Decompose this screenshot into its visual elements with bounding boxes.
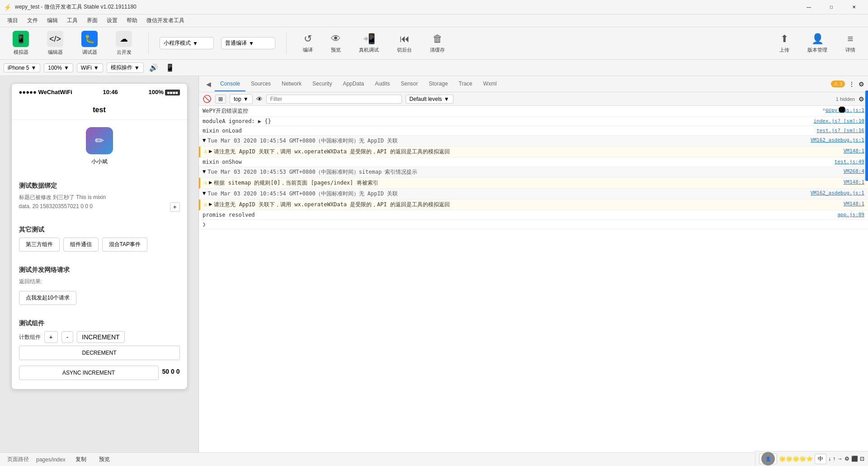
log-source[interactable]: VM148:1	[836, 179, 864, 185]
copy-btn[interactable]: 复制	[73, 455, 89, 464]
menu-edit[interactable]: 编辑	[43, 15, 61, 26]
phone-title-bar: test ••• ⏺	[12, 100, 187, 120]
menu-interface[interactable]: 界面	[83, 15, 101, 26]
debugger-button[interactable]: 🐛 调试器	[76, 29, 103, 57]
devtools-more-btn[interactable]: ⋮	[849, 81, 855, 88]
expand-icon[interactable]: ▶	[209, 148, 212, 154]
console-eye-btn[interactable]: 👁	[256, 95, 263, 103]
devtools-nav-back[interactable]: ◀	[203, 77, 215, 91]
log-text: mixin onShow	[203, 159, 827, 165]
restore-button[interactable]: □	[821, 0, 842, 14]
ime-fullscreen-btn[interactable]: ⊡	[860, 456, 864, 462]
context-label: top	[234, 96, 241, 102]
tab-audits[interactable]: Audits	[369, 77, 395, 91]
hidden-count: 1 hidden	[836, 96, 855, 102]
sound-button[interactable]: 🔊	[147, 62, 160, 74]
counter-plus-btn[interactable]: +	[44, 331, 58, 343]
editor-button[interactable]: </> 编辑器	[42, 29, 69, 57]
network-selector[interactable]: WiFi ▼	[77, 63, 103, 72]
third-party-btn[interactable]: 第三方组件	[19, 238, 60, 252]
compile-button[interactable]: ↺ 编译	[297, 31, 318, 55]
log-source[interactable]: test.js? [sm]:16	[809, 128, 864, 133]
tab-network[interactable]: Network	[276, 77, 307, 91]
tab-appdata[interactable]: AppData	[337, 77, 369, 91]
console-clear-btn[interactable]: 🚫	[203, 95, 212, 103]
path-preview-btn[interactable]: 预览	[96, 455, 113, 464]
ime-setting-btn[interactable]: ⚙	[844, 456, 849, 462]
log-source[interactable]: app.js:89	[830, 212, 864, 218]
zoom-selector[interactable]: 100% ▼	[44, 63, 73, 72]
data-binding-add-btn[interactable]: +	[170, 202, 180, 212]
collapse-icon[interactable]: ▼	[203, 137, 206, 143]
details-icon: ≡	[848, 33, 854, 45]
cut-backend-button[interactable]: ⏮ 切后台	[392, 31, 417, 55]
menu-help[interactable]: 帮助	[123, 15, 141, 26]
details-button[interactable]: ≡ 详情	[840, 31, 861, 55]
device-arrow: ▼	[31, 65, 36, 71]
console-prompt-icon: ❯	[203, 221, 206, 228]
console-input[interactable]	[208, 221, 864, 228]
async-increment-btn[interactable]: ASYNC INCREMENT	[19, 366, 159, 380]
console-collapse-btn[interactable]: ⊞	[215, 95, 226, 104]
log-source[interactable]: test.js:49	[827, 159, 864, 165]
log-source[interactable]: VM148:1	[836, 148, 864, 154]
compile-selector[interactable]: 普通编译 ▼	[221, 37, 275, 49]
ime-layout-btn[interactable]: ⬛	[851, 456, 858, 462]
avatar-area[interactable]: 👤	[759, 453, 777, 464]
version-mgr-button[interactable]: 👤 版本管理	[802, 31, 833, 55]
tab-wxml[interactable]: Wxml	[478, 77, 502, 91]
log-source[interactable]: VM162_asdebug.js:1	[803, 190, 864, 196]
real-machine-button[interactable]: 📲 真机调试	[354, 31, 384, 55]
collapse-icon[interactable]: ▼	[203, 168, 206, 175]
cloud-button[interactable]: ☁ 云开发	[110, 29, 137, 57]
close-button[interactable]: ✕	[844, 0, 864, 14]
ime-down-btn[interactable]: ↓	[828, 456, 831, 462]
mode-selector[interactable]: 小程序模式 ▼	[160, 37, 214, 49]
preview-button[interactable]: 👁 预览	[326, 31, 346, 55]
level-label: Default levels	[410, 96, 442, 102]
data-binding-text-1: data. 20 1583203557021 0 0 0	[19, 203, 180, 209]
device-selector[interactable]: iPhone 5 ▼	[4, 63, 40, 72]
clear-cache-button[interactable]: 🗑 清缓存	[425, 31, 450, 55]
ime-btn[interactable]: 中	[815, 454, 826, 464]
clear-cache-label: 清缓存	[430, 47, 445, 53]
tab-console[interactable]: Console	[215, 77, 245, 91]
network-request-btn[interactable]: 点我发起10个请求	[19, 291, 76, 305]
menu-tools[interactable]: 工具	[63, 15, 81, 26]
menu-project[interactable]: 项目	[4, 15, 22, 26]
expand-icon[interactable]: ▶	[209, 179, 212, 185]
network-test-title: 测试并发网络请求	[19, 266, 180, 274]
increment-btn[interactable]: INCREMENT	[77, 331, 124, 343]
devtools-settings-btn[interactable]: ⚙	[859, 81, 864, 88]
minimize-button[interactable]: —	[798, 0, 819, 14]
expand-icon[interactable]: ▶	[209, 201, 212, 207]
log-source[interactable]: VM268:4	[836, 168, 864, 174]
ime-up-btn[interactable]: ↑	[833, 456, 835, 462]
context-selector[interactable]: top ▼	[230, 94, 253, 104]
component-comm-btn[interactable]: 组件通信	[63, 238, 99, 252]
simulate-ops-selector[interactable]: 模拟操作 ▼	[107, 62, 144, 73]
menu-file[interactable]: 文件	[24, 15, 42, 26]
simulator-button[interactable]: 📱 模拟器	[7, 29, 34, 57]
log-source[interactable]: index.js? [sm]:10	[806, 118, 864, 124]
phone-front-button[interactable]: 📱	[164, 62, 176, 74]
menu-settings[interactable]: 设置	[103, 15, 121, 26]
counter-minus-btn[interactable]: -	[61, 331, 74, 343]
tab-sensor[interactable]: Sensor	[396, 77, 424, 91]
tab-security[interactable]: Security	[307, 77, 337, 91]
level-selector[interactable]: Default levels ▼	[406, 95, 453, 104]
log-source[interactable]: VM148:1	[836, 201, 864, 207]
menu-wechat-devtools[interactable]: 微信开发者工具	[143, 15, 188, 26]
tab-sources[interactable]: Sources	[245, 77, 276, 91]
tab-storage[interactable]: Storage	[424, 77, 453, 91]
console-filter-input[interactable]	[266, 95, 402, 104]
console-settings-btn[interactable]: ⚙	[859, 95, 864, 103]
tab-trace[interactable]: Trace	[453, 77, 478, 91]
ime-right-btn[interactable]: →	[837, 456, 843, 462]
log-source[interactable]: VM162_asdebug.js:1	[803, 137, 864, 143]
debugger-icon: 🐛	[81, 31, 98, 47]
upload-button[interactable]: ⬆ 上传	[774, 31, 795, 55]
mixed-tap-btn[interactable]: 混合TAP事件	[102, 238, 147, 252]
collapse-icon[interactable]: ▼	[203, 190, 206, 196]
decrement-btn[interactable]: DECREMENT	[19, 346, 180, 360]
